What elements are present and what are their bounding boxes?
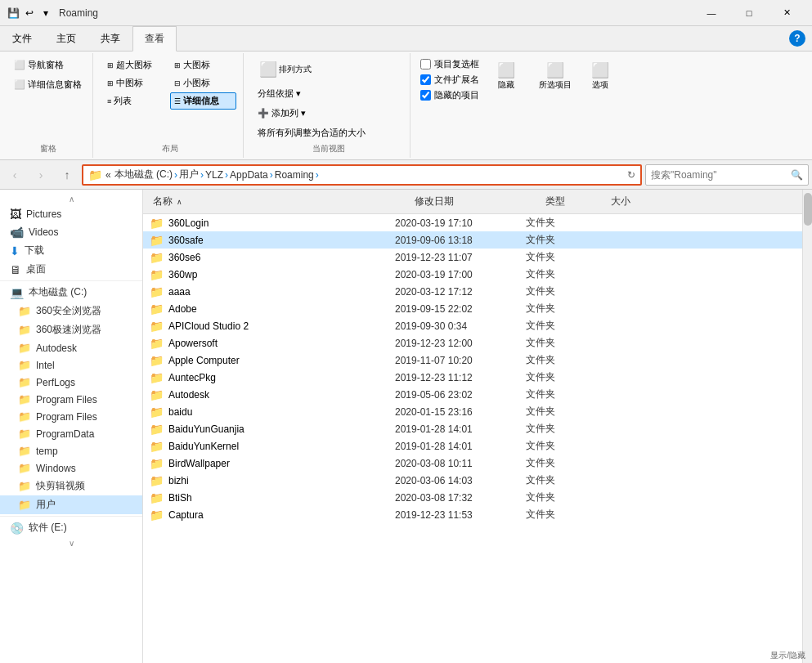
sidebar-item-intel[interactable]: 📁 Intel [0,356,142,374]
sidebar-label-program-files-x86: Program Files [36,411,97,423]
file-row[interactable]: 📁 360se6 2019-12-23 11:07 文件夹 [143,249,802,266]
folder-icon-360speed: 📁 [18,324,31,336]
column-date[interactable]: 修改日期 [411,193,542,210]
column-type[interactable]: 类型 [542,193,608,210]
sidebar-item-users[interactable]: 📁 用户 [0,495,142,514]
help-icon[interactable]: ? [789,30,805,47]
sidebar-item-program-data[interactable]: 📁 ProgramData [0,425,142,442]
item-checkbox[interactable] [420,59,431,69]
sidebar-item-videos[interactable]: 📹 Videos [0,223,142,241]
details-view-button[interactable]: ☰ 详细信息 [170,92,236,110]
large-view-button[interactable]: ⊞ 大图标 [170,56,236,74]
tab-share[interactable]: 共享 [88,26,132,52]
nav-pane-button[interactable]: ⬜ 导航窗格 [10,56,68,74]
col-type-label: 类型 [545,195,565,207]
sidebar-item-temp[interactable]: 📁 temp [0,442,142,459]
sidebar-item-local-disk[interactable]: 💻 本地磁盘 (C:) [0,283,142,302]
nav-pane-icon: ⬜ [14,60,25,70]
address-bar[interactable]: 📁 « 本地磁盘 (C:) › 用户 › YLZ › AppData › Roa… [82,164,642,186]
group-by-button[interactable]: 分组依据 ▾ [253,85,403,102]
tab-view[interactable]: 查看 [132,26,177,52]
address-part-0[interactable]: « [105,169,111,181]
medium-view-button[interactable]: ⊞ 中图标 [103,74,169,92]
maximize-button[interactable]: □ [730,0,768,26]
file-row[interactable]: 📁 baidu 2020-01-15 23:16 文件夹 [143,403,802,420]
file-row[interactable]: 📁 Captura 2019-12-23 11:53 文件夹 [143,506,802,523]
quick-access-undo[interactable]: ↩ [23,7,36,20]
sidebar-item-program-files[interactable]: 📁 Program Files [0,391,142,408]
sort-by-button[interactable]: ⬜ 排列方式 [253,56,317,83]
address-appdata[interactable]: AppData [230,169,268,181]
detail-pane-button[interactable]: ⬜ 详细信息窗格 [10,76,86,93]
file-date: 2020-03-19 17:10 [395,217,526,229]
up-button[interactable]: ↑ [56,164,79,186]
quick-access-menu[interactable]: ▾ [39,7,52,20]
list-view-button[interactable]: ≡ 列表 [103,92,169,110]
column-size[interactable]: 大小 [608,193,673,210]
sidebar-item-pictures[interactable]: 🖼 Pictures [0,205,142,223]
sidebar-item-autodesk[interactable]: 📁 Autodesk [0,339,142,356]
add-column-button[interactable]: ➕ 添加列 ▾ [253,105,403,122]
file-row[interactable]: 📁 Apowersoft 2019-12-23 12:00 文件夹 [143,334,802,352]
file-name-text: 360se6 [168,252,200,263]
file-row[interactable]: 📁 Autodesk 2019-05-06 23:02 文件夹 [143,386,802,403]
address-roaming[interactable]: Roaming [275,169,314,181]
column-name[interactable]: 名称 ∧ [150,193,411,210]
small-view-button[interactable]: ⊟ 小图标 [170,74,236,92]
address-breadcrumb: « 本地磁盘 (C:) › 用户 › YLZ › AppData › Roami… [105,168,319,181]
scroll-thumb[interactable] [804,193,812,226]
file-row[interactable]: 📁 bizhi 2020-03-06 14:03 文件夹 [143,472,802,489]
sidebar-item-desktop[interactable]: 🖥 桌面 [0,260,142,279]
extra-large-view-button[interactable]: ⊞ 超大图标 [103,56,169,74]
file-row[interactable]: 📁 aaaa 2020-03-12 17:12 文件夹 [143,283,802,300]
address-users[interactable]: 用户 [179,168,199,181]
quick-access-save[interactable]: 💾 [7,7,20,20]
sidebar-label-temp: temp [36,446,58,457]
forward-button[interactable]: › [29,164,52,186]
hidden-items-checkbox[interactable] [420,90,431,101]
address-ylz[interactable]: YLZ [205,169,223,181]
file-row[interactable]: 📁 360safe 2019-09-06 13:18 文件夹 [143,231,802,249]
sidebar-item-software-e[interactable]: 💿 软件 (E:) [0,518,142,537]
fit-columns-button[interactable]: 将所有列调整为合适的大小 [253,124,403,141]
file-row[interactable]: 📁 Adobe 2019-09-15 22:02 文件夹 [143,300,802,317]
file-ext-checkbox[interactable] [420,74,431,85]
refresh-icon[interactable]: ↻ [627,169,635,181]
sidebar-item-360speed-browser[interactable]: 📁 360极速浏览器 [0,320,142,339]
sidebar-item-windows[interactable]: 📁 Windows [0,459,142,477]
sidebar-label-quick-video: 快剪辑视频 [36,479,85,493]
close-button[interactable]: ✕ [768,0,805,26]
file-date: 2019-09-30 0:34 [395,320,526,332]
file-row[interactable]: 📁 360Login 2020-03-19 17:10 文件夹 [143,214,802,231]
hide-button[interactable]: ⬜ 隐藏 [486,58,527,94]
file-row[interactable]: 📁 BtiSh 2020-03-08 17:32 文件夹 [143,489,802,506]
sidebar-item-program-files-x86[interactable]: 📁 Program Files [0,408,142,425]
back-button[interactable]: ‹ [3,164,26,186]
sidebar-item-download[interactable]: ⬇ 下载 [0,241,142,260]
file-name-text: 360wp [168,269,197,280]
sidebar-item-perflogs[interactable]: 📁 PerfLogs [0,374,142,391]
file-row[interactable]: 📁 APICloud Studio 2 2019-09-30 0:34 文件夹 [143,317,802,334]
tab-home[interactable]: 主页 [44,26,88,52]
minimize-button[interactable]: — [693,0,730,26]
file-row[interactable]: 📁 BaiduYunKernel 2019-01-28 14:01 文件夹 [143,437,802,455]
address-local-disk[interactable]: 本地磁盘 (C:) [114,168,173,181]
file-row[interactable]: 📁 BaiduYunGuanjia 2019-01-28 14:01 文件夹 [143,420,802,437]
sidebar-item-360safe-browser[interactable]: 📁 360安全浏览器 [0,302,142,320]
select-button[interactable]: ⬜ 所选项目 [533,58,577,94]
file-row[interactable]: 📁 BirdWallpaper 2020-03-08 10:11 文件夹 [143,455,802,472]
sidebar-divider-2 [0,516,142,517]
search-input[interactable] [651,169,791,181]
sidebar-item-quick-video[interactable]: 📁 快剪辑视频 [0,477,142,495]
sidebar-expand-arrow[interactable]: ∨ [69,539,74,548]
file-row[interactable]: 📁 Apple Computer 2019-11-07 10:20 文件夹 [143,352,802,369]
sidebar-collapse-arrow[interactable]: ∧ [69,195,74,204]
window-title: Roaming [59,7,693,19]
options-button[interactable]: ⬜ 选项 [584,58,617,94]
search-icon[interactable]: 🔍 [791,169,803,181]
file-folder-icon: 📁 [150,285,164,298]
file-row[interactable]: 📁 AuntecPkg 2019-12-23 11:12 文件夹 [143,369,802,386]
tab-file[interactable]: 文件 [0,26,44,52]
search-bar[interactable]: 🔍 [645,164,809,186]
file-row[interactable]: 📁 360wp 2020-03-19 17:00 文件夹 [143,266,802,283]
